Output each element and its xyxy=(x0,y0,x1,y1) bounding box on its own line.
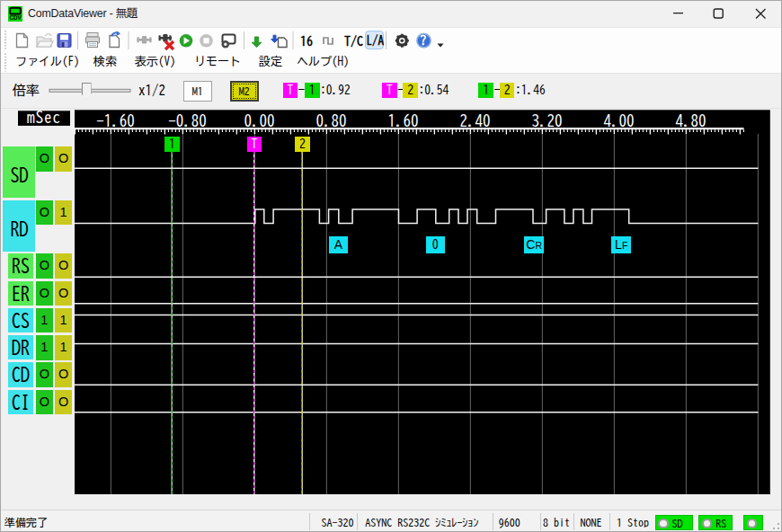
svg-text:CDV: CDV xyxy=(9,13,22,21)
svg-text:L/A: L/A xyxy=(367,34,385,47)
svg-text:?: ? xyxy=(420,34,426,47)
svg-text:T/C: T/C xyxy=(344,34,363,48)
svg-text:16: 16 xyxy=(300,35,313,48)
